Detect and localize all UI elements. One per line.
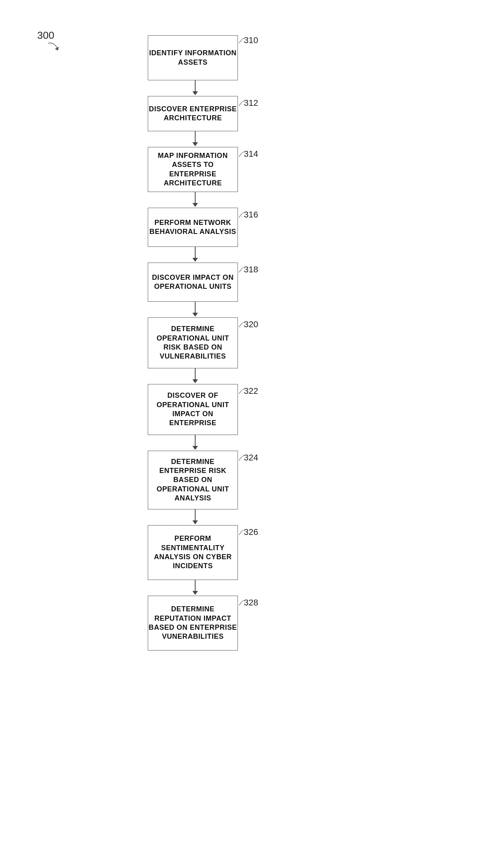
connector-310 xyxy=(238,37,247,44)
node-320: DETERMINEOPERATIONAL UNITRISK BASED ONVU… xyxy=(148,317,238,368)
connector-320 xyxy=(238,321,247,328)
figure-arrow-icon xyxy=(46,41,60,52)
node-328: DETERMINEREPUTATION IMPACTBASED ON ENTER… xyxy=(148,596,238,651)
arrow-322-324 xyxy=(192,435,198,450)
arrow-310-312 xyxy=(192,80,198,95)
arrow-320-322 xyxy=(192,368,198,383)
connector-324 xyxy=(238,454,247,461)
node-322: DISCOVER OFOPERATIONAL UNITIMPACT ONENTE… xyxy=(148,384,238,435)
connector-328 xyxy=(238,599,247,606)
node-324: DETERMINEENTERPRISE RISKBASED ONOPERATIO… xyxy=(148,451,238,509)
node-312: DISCOVER ENTERPRISEARCHITECTURE xyxy=(148,96,238,131)
connector-322 xyxy=(238,388,247,395)
diagram-container: 300 IDENTIFY INFORMATION ASSETS 310 DISC… xyxy=(0,0,486,868)
arrow-318-320 xyxy=(192,302,198,317)
node-310: IDENTIFY INFORMATION ASSETS xyxy=(148,35,238,80)
arrow-316-318 xyxy=(192,247,198,262)
node-326: PERFORMSENTIMENTALITYANALYSIS ON CYBERIN… xyxy=(148,525,238,580)
arrow-312-314 xyxy=(192,131,198,146)
connector-326 xyxy=(238,529,247,536)
node-316: PERFORM NETWORKBEHAVIORAL ANALYSIS xyxy=(148,208,238,247)
arrow-326-328 xyxy=(192,580,198,595)
connector-316 xyxy=(238,211,247,218)
connector-318 xyxy=(238,266,247,273)
node-314: MAP INFORMATIONASSETS TO ENTERPRISEARCHI… xyxy=(148,147,238,192)
figure-label: 300 xyxy=(37,29,54,42)
arrow-324-326 xyxy=(192,509,198,524)
connector-312 xyxy=(238,100,247,107)
connector-314 xyxy=(238,150,247,158)
node-318: DISCOVER IMPACT ONOPERATIONAL UNITS xyxy=(148,263,238,302)
arrow-314-316 xyxy=(192,192,198,207)
